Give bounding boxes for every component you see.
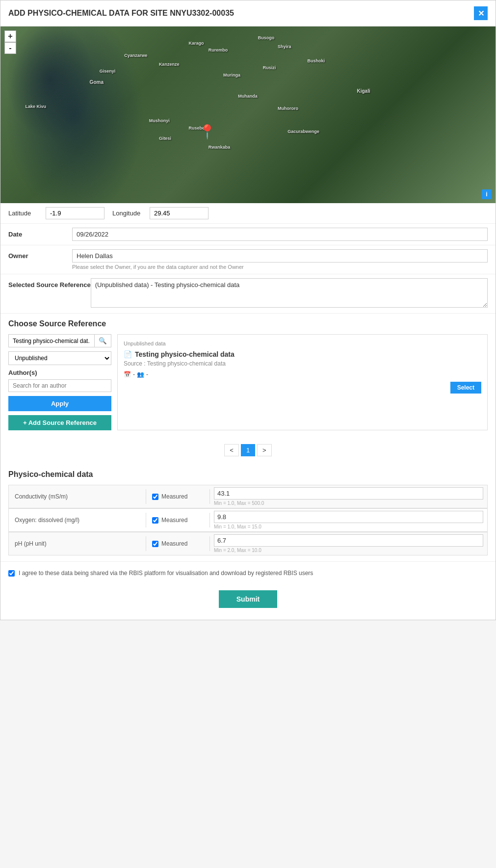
physico-title: Physico-chemical data — [8, 470, 488, 479]
modal-header: ADD PHYSICO-CHEMICAL DATA FOR SITE NNYU3… — [0, 0, 496, 26]
pagination-current[interactable]: 1 — [241, 444, 255, 456]
zoom-in-button[interactable]: + — [4, 30, 16, 42]
owner-hint: Please select the Owner, if you are the … — [72, 264, 488, 270]
source-search-input[interactable] — [9, 335, 94, 347]
map-info-button[interactable]: i — [482, 189, 492, 199]
owner-label: Owner — [8, 249, 72, 260]
physico-measured-label: Measured — [161, 540, 187, 547]
calendar-separator: - — [133, 371, 135, 378]
longitude-label: Longitude — [112, 210, 142, 217]
physico-row: Conductivity (mS/m) Measured Min = 1.0, … — [8, 485, 488, 508]
map-background: Goma Kigali Lake Kivu Busogo Kanzenze Gi… — [0, 26, 496, 203]
modal-container: ADD PHYSICO-CHEMICAL DATA FOR SITE NNYU3… — [0, 0, 496, 620]
agree-label: I agree to these data being shared via t… — [19, 570, 313, 577]
apply-button[interactable]: Apply — [8, 396, 111, 411]
physico-measured: Measured — [146, 489, 210, 504]
selected-source-content — [91, 278, 488, 309]
selected-source-textarea[interactable] — [91, 278, 488, 308]
owner-input[interactable] — [72, 249, 488, 263]
source-right-panel: Unpublished data 📄 Testing physico-chemi… — [117, 334, 488, 430]
document-icon: 📄 — [124, 350, 132, 358]
physico-minmax: Min = 2.0, Max = 10.0 — [214, 548, 483, 553]
pagination-prev[interactable]: < — [224, 444, 239, 456]
date-input[interactable] — [72, 228, 488, 241]
people-separator: - — [146, 371, 148, 378]
map-container: Goma Kigali Lake Kivu Busogo Kanzenze Gi… — [0, 26, 496, 203]
map-overlay — [0, 26, 496, 203]
people-icon: 👥 — [137, 371, 144, 378]
physico-param: pH (pH unit) — [9, 536, 146, 551]
source-search-row: 🔍 — [8, 334, 111, 347]
source-left-panel: 🔍 Unpublished Published All Author(s) Ap… — [8, 334, 111, 430]
selected-source-row: Selected Source Reference — [0, 274, 496, 314]
calendar-icon: 📅 — [124, 371, 131, 378]
pagination: < 1 > — [0, 436, 496, 464]
agree-checkbox[interactable] — [8, 570, 15, 577]
close-button[interactable]: ✕ — [474, 6, 488, 20]
choose-source-section: Choose Source Reference 🔍 Unpublished Pu… — [0, 314, 496, 436]
source-icons-row: 📅 - 👥 - — [124, 371, 481, 378]
submit-button[interactable]: Submit — [219, 590, 277, 608]
coordinates-row: Latitude Longitude — [0, 203, 496, 224]
source-layout: 🔍 Unpublished Published All Author(s) Ap… — [8, 334, 488, 430]
physico-value-input[interactable] — [214, 511, 483, 523]
latitude-input[interactable] — [46, 207, 104, 219]
physico-row: Oxygen: dissolved (mg/l) Measured Min = … — [8, 508, 488, 532]
physico-measured-label: Measured — [161, 493, 187, 500]
physico-checkbox[interactable] — [152, 517, 158, 524]
physico-measured: Measured — [146, 536, 210, 551]
physico-rows-container: Conductivity (mS/m) Measured Min = 1.0, … — [8, 485, 488, 555]
physico-measured-label: Measured — [161, 517, 187, 524]
physico-param: Oxygen: dissolved (mg/l) — [9, 513, 146, 527]
date-row: Date — [0, 224, 496, 245]
physico-minmax: Min = 1.0, Max = 500.0 — [214, 500, 483, 506]
source-item-sub: Source : Testing physico-chemical data — [124, 360, 481, 367]
search-icon: 🔍 — [99, 337, 107, 344]
physico-param: Conductivity (mS/m) — [9, 489, 146, 504]
source-search-button[interactable]: 🔍 — [94, 335, 111, 347]
zoom-out-button[interactable]: - — [4, 42, 16, 54]
physico-row: pH (pH unit) Measured Min = 2.0, Max = 1… — [8, 532, 488, 555]
physico-checkbox[interactable] — [152, 541, 158, 547]
modal-title: ADD PHYSICO-CHEMICAL DATA FOR SITE NNYU3… — [8, 9, 234, 18]
owner-row: Owner Please select the Owner, if you ar… — [0, 245, 496, 274]
source-filter-select[interactable]: Unpublished Published All — [8, 351, 111, 365]
owner-content: Please select the Owner, if you are the … — [72, 249, 488, 270]
physico-value-input[interactable] — [214, 487, 483, 500]
authors-label: Author(s) — [8, 369, 111, 376]
physico-measured: Measured — [146, 513, 210, 527]
select-source-button[interactable]: Select — [450, 382, 481, 394]
physico-value-input[interactable] — [214, 534, 483, 547]
latitude-label: Latitude — [8, 210, 38, 217]
date-label: Date — [8, 228, 72, 238]
physico-value-area: Min = 2.0, Max = 10.0 — [210, 532, 487, 555]
map-pin: 📍 — [199, 124, 216, 140]
source-result-tag: Unpublished data — [124, 341, 481, 346]
add-source-button[interactable]: + Add Source Reference — [8, 415, 111, 430]
physico-checkbox[interactable] — [152, 494, 158, 500]
pagination-next[interactable]: > — [257, 444, 272, 456]
physico-minmax: Min = 1.0, Max = 15.0 — [214, 524, 483, 529]
selected-source-label: Selected Source Reference — [8, 278, 91, 289]
submit-row: Submit — [0, 584, 496, 620]
choose-source-title: Choose Source Reference — [8, 319, 488, 328]
longitude-input[interactable] — [150, 207, 209, 219]
physico-section: Physico-chemical data Conductivity (mS/m… — [0, 464, 496, 561]
agree-row: I agree to these data being shared via t… — [0, 561, 496, 584]
physico-value-area: Min = 1.0, Max = 500.0 — [210, 485, 487, 508]
author-search-input[interactable] — [8, 379, 111, 392]
date-content — [72, 228, 488, 241]
map-zoom-controls: + - — [4, 30, 16, 54]
source-item-title: 📄 Testing physico-chemical data — [124, 350, 481, 358]
physico-value-area: Min = 1.0, Max = 15.0 — [210, 509, 487, 531]
